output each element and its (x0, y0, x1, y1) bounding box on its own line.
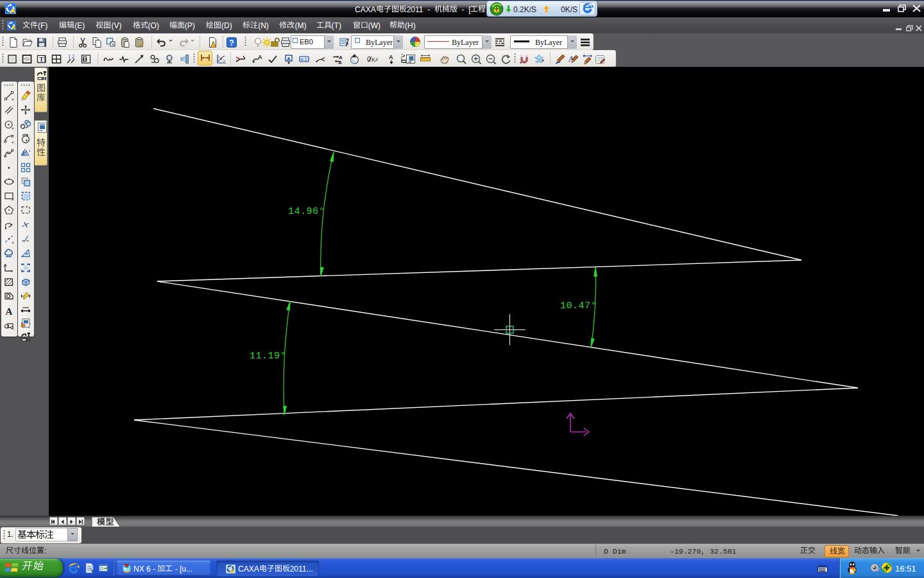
svg-text:e.1: e.1 (301, 57, 307, 61)
svg-text:?: ? (229, 38, 234, 47)
svg-text:2: 2 (72, 54, 74, 60)
svg-text:x: x (223, 58, 225, 62)
svg-text:1: 1 (68, 54, 71, 60)
svg-text:T: T (83, 56, 87, 62)
svg-text:A: A (5, 306, 12, 316)
svg-text:A: A (287, 55, 291, 61)
svg-text:y: y (218, 55, 220, 58)
svg-text:A: A (258, 54, 262, 60)
svg-text:T: T (39, 55, 44, 62)
svg-text:0: 0 (367, 55, 371, 63)
svg-text:A: A (338, 59, 342, 65)
svg-text:A: A (389, 54, 393, 60)
svg-text:KA: KA (372, 57, 378, 63)
